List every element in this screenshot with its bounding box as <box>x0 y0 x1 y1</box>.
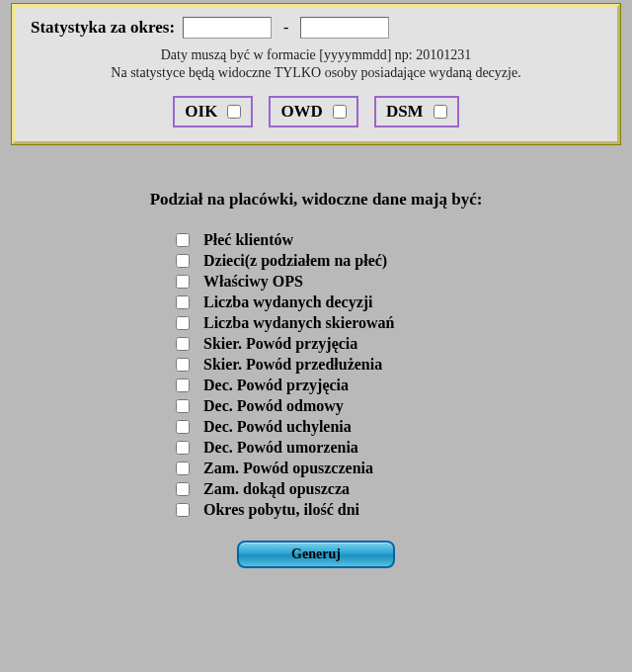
code-checkbox-oik[interactable] <box>227 105 241 119</box>
list-item: Liczba wydanych decyzji <box>176 294 632 311</box>
list-item: Zam. Powód opuszczenia <box>176 460 632 477</box>
list-item: Liczba wydanych skierowań <box>176 314 632 332</box>
list-item: Okres pobytu, ilość dni <box>176 501 632 519</box>
list-item: Skier. Powód przyjęcia <box>176 335 632 353</box>
option-label: Dec. Powód przyjęcia <box>203 377 349 394</box>
list-item: Właściwy OPS <box>176 273 632 291</box>
list-item: Dec. Powód odmowy <box>176 397 632 415</box>
options-list: Płeć klientów Dzieci(z podziałem na płeć… <box>176 231 632 519</box>
date-to-input[interactable] <box>300 17 389 39</box>
date-separator: - <box>279 19 292 37</box>
option-label: Płeć klientów <box>203 231 293 249</box>
option-label: Dec. Powód odmowy <box>203 397 344 415</box>
period-label: Statystyka za okres: <box>25 18 175 38</box>
option-label: Właściwy OPS <box>203 273 303 291</box>
code-box-owd[interactable]: OWD <box>269 96 358 127</box>
option-label: Dec. Powód uchylenia <box>203 418 352 436</box>
period-row: Statystyka za okres: - <box>25 17 607 39</box>
option-checkbox[interactable] <box>176 441 190 455</box>
option-checkbox[interactable] <box>176 337 190 351</box>
list-item: Dec. Powód uchylenia <box>176 418 632 436</box>
option-label: Okres pobytu, ilość dni <box>203 501 359 519</box>
code-label: OWD <box>280 102 323 122</box>
code-label: OIK <box>185 102 217 122</box>
option-label: Dec. Powód umorzenia <box>203 439 358 457</box>
list-item: Dec. Powód umorzenia <box>176 439 632 457</box>
option-checkbox[interactable] <box>176 358 190 372</box>
list-item: Dzieci(z podziałem na płeć) <box>176 252 632 270</box>
section-title: Podział na placówki, widoczne dane mają … <box>0 190 632 210</box>
option-label: Liczba wydanych decyzji <box>203 294 373 311</box>
option-label: Skier. Powód przedłużenia <box>203 356 382 374</box>
list-item: Zam. dokąd opuszcza <box>176 480 632 498</box>
option-checkbox[interactable] <box>176 275 190 289</box>
list-item: Skier. Powód przedłużenia <box>176 356 632 374</box>
list-item: Płeć klientów <box>176 231 632 249</box>
generate-wrap: Generuj <box>0 541 632 568</box>
date-from-input[interactable] <box>183 17 272 39</box>
option-checkbox[interactable] <box>176 462 190 475</box>
code-box-oik[interactable]: OIK <box>173 96 253 127</box>
hint-line-1: Daty muszą być w formacie [yyyymmdd] np:… <box>161 47 472 62</box>
option-checkbox[interactable] <box>176 503 190 517</box>
code-row: OIK OWD DSM <box>25 96 607 127</box>
option-label: Skier. Powód przyjęcia <box>203 335 357 353</box>
option-label: Dzieci(z podziałem na płeć) <box>203 252 387 270</box>
date-hint: Daty muszą być w formacie [yyyymmdd] np:… <box>25 46 607 82</box>
period-panel: Statystyka za okres: - Daty muszą być w … <box>12 4 620 144</box>
generate-button[interactable]: Generuj <box>237 541 395 568</box>
option-checkbox[interactable] <box>176 378 190 392</box>
code-checkbox-dsm[interactable] <box>434 105 447 119</box>
code-label: DSM <box>386 102 424 122</box>
option-checkbox[interactable] <box>176 254 190 268</box>
option-label: Zam. dokąd opuszcza <box>203 480 350 498</box>
option-label: Liczba wydanych skierowań <box>203 314 395 332</box>
option-checkbox[interactable] <box>176 233 190 247</box>
code-checkbox-owd[interactable] <box>333 105 347 119</box>
list-item: Dec. Powód przyjęcia <box>176 377 632 394</box>
code-box-dsm[interactable]: DSM <box>374 96 459 127</box>
option-checkbox[interactable] <box>176 482 190 496</box>
option-checkbox[interactable] <box>176 295 190 309</box>
option-checkbox[interactable] <box>176 399 190 413</box>
option-checkbox[interactable] <box>176 316 190 330</box>
option-checkbox[interactable] <box>176 420 190 434</box>
hint-line-2: Na statystyce będą widoczne TYLKO osoby … <box>111 65 520 80</box>
option-label: Zam. Powód opuszczenia <box>203 460 373 477</box>
